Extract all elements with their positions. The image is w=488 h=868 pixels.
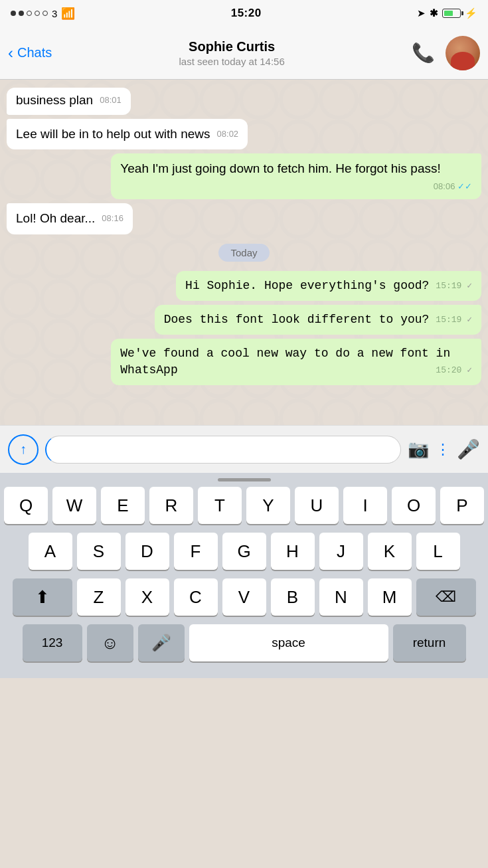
message-bubble: Lol! Oh dear... 08:16: [7, 203, 133, 234]
numbers-key[interactable]: 123: [23, 624, 82, 661]
dot4: [35, 11, 40, 16]
message-time: 08:06 ✓✓: [434, 181, 472, 193]
wifi-icon: 📶: [61, 7, 75, 21]
read-receipt: ✓: [467, 281, 472, 291]
key-g[interactable]: G: [222, 533, 266, 570]
input-bar: ↑ 📷 ⋮ 🎤: [0, 425, 488, 473]
key-u[interactable]: U: [295, 487, 339, 524]
key-k[interactable]: K: [368, 533, 412, 570]
microphone-icon[interactable]: 🎤: [457, 438, 480, 460]
key-z[interactable]: Z: [77, 578, 121, 616]
nav-right: 📞: [412, 36, 480, 70]
key-i[interactable]: I: [343, 487, 387, 524]
message-text: business plan: [16, 93, 93, 107]
key-a[interactable]: A: [29, 533, 72, 570]
status-bar: 3 📶 15:20 ➤ ✱ ⚡: [0, 0, 488, 27]
read-receipt: ✓: [467, 365, 472, 375]
message-text: Does this font look different to you?: [164, 313, 430, 326]
contact-name: Sophie Curtis: [179, 39, 284, 54]
keyboard-row-3: ⬆ Z X C V B N M ⌫: [3, 578, 485, 616]
dot5: [42, 11, 48, 16]
charging-icon: ⚡: [465, 7, 477, 19]
read-receipt: ✓: [467, 315, 472, 325]
avatar[interactable]: [446, 36, 480, 70]
key-x[interactable]: X: [125, 578, 169, 616]
send-button[interactable]: ↑: [8, 434, 39, 465]
nav-center: Sophie Curtis last seen today at 14:56: [179, 39, 284, 67]
carrier-label: 3: [52, 8, 57, 19]
key-v[interactable]: V: [222, 578, 266, 616]
bluetooth-icon: ✱: [430, 7, 438, 19]
keyboard-bottom-padding: [3, 670, 485, 675]
key-n[interactable]: N: [319, 578, 363, 616]
key-d[interactable]: D: [125, 533, 169, 570]
key-c[interactable]: C: [174, 578, 218, 616]
emoji-key[interactable]: ☺: [87, 624, 133, 661]
keyboard-row-4: 123 ☺ 🎤 space return: [3, 624, 485, 661]
key-l[interactable]: L: [416, 533, 460, 570]
return-key[interactable]: return: [393, 624, 466, 661]
backspace-key[interactable]: ⌫: [416, 578, 476, 616]
message-time: 08:02: [217, 128, 239, 140]
dot1: [11, 11, 16, 16]
message-text: Lee will be in to help out with news: [16, 127, 210, 141]
key-s[interactable]: S: [77, 533, 121, 570]
chevron-left-icon: ‹: [8, 44, 13, 62]
message-time: 15:19 ✓: [436, 280, 472, 292]
key-o[interactable]: O: [392, 487, 436, 524]
space-key[interactable]: space: [189, 624, 388, 661]
key-r[interactable]: R: [149, 487, 193, 524]
key-t[interactable]: T: [198, 487, 242, 524]
key-e[interactable]: E: [101, 487, 145, 524]
key-f[interactable]: F: [174, 533, 218, 570]
message-text: Lol! Oh dear...: [16, 211, 95, 225]
message-bubble: Hi Sophie. Hope everything's good? 15:19…: [176, 271, 481, 301]
message-bubble: We've found a cool new way to do a new f…: [111, 339, 481, 385]
key-y[interactable]: Y: [246, 487, 290, 524]
date-divider: Today: [218, 244, 269, 262]
camera-icon[interactable]: 📷: [408, 439, 429, 460]
message-bubble: business plan 08:01: [7, 88, 131, 115]
key-p[interactable]: P: [440, 487, 484, 524]
back-label[interactable]: Chats: [17, 45, 52, 60]
nav-bar: ‹ Chats Sophie Curtis last seen today at…: [0, 27, 488, 80]
message-bubble: Does this font look different to you? 15…: [155, 305, 481, 335]
dot2: [19, 11, 24, 16]
keyboard-row-1: Q W E R T Y U I O P: [3, 487, 485, 524]
key-b[interactable]: B: [271, 578, 315, 616]
key-q[interactable]: Q: [4, 487, 48, 524]
status-left: 3 📶: [11, 7, 75, 21]
dot3: [27, 11, 32, 16]
message-text: Hi Sophie. Hope everything's good?: [185, 279, 429, 292]
message-time: 15:19 ✓: [436, 314, 472, 326]
key-h[interactable]: H: [271, 533, 315, 570]
location-icon: ➤: [417, 7, 426, 19]
message-bubble: Lee will be in to help out with news 08:…: [7, 119, 248, 150]
back-button[interactable]: ‹ Chats: [8, 44, 52, 62]
message-text: Yeah I'm just going down to fetch him. H…: [120, 161, 440, 175]
status-right: ➤ ✱ ⚡: [417, 7, 477, 19]
keyboard: Q W E R T Y U I O P A S D F G H J K L ⬆ …: [0, 473, 488, 678]
battery-icon: [442, 9, 461, 18]
dictation-key[interactable]: 🎤: [138, 624, 185, 661]
handle-bar: [218, 478, 271, 481]
more-options-icon[interactable]: ⋮: [436, 441, 450, 458]
message-time: 15:20 ✓: [436, 365, 472, 377]
key-j[interactable]: J: [319, 533, 363, 570]
last-seen: last seen today at 14:56: [179, 56, 284, 67]
status-time: 15:20: [231, 7, 262, 20]
message-text: We've found a cool new way to do a new f…: [120, 347, 450, 377]
message-time: 08:16: [102, 213, 123, 224]
message-input[interactable]: [45, 436, 401, 464]
shift-key[interactable]: ⬆: [13, 578, 72, 616]
send-arrow-icon: ↑: [20, 442, 27, 457]
message-time: 08:01: [100, 94, 122, 106]
keyboard-row-2: A S D F G H J K L: [3, 533, 485, 570]
signal-dots: [11, 11, 48, 16]
chat-area: business plan 08:01 Lee will be in to he…: [0, 80, 488, 425]
key-m[interactable]: M: [368, 578, 412, 616]
key-w[interactable]: W: [52, 487, 96, 524]
keyboard-handle: [3, 478, 485, 481]
call-button[interactable]: 📞: [412, 42, 435, 64]
read-receipt: ✓✓: [457, 181, 472, 191]
